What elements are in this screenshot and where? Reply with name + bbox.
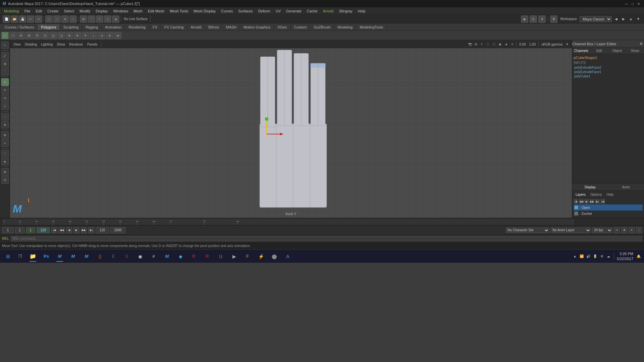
layer-item-open[interactable]: ✓ / Open	[574, 204, 643, 210]
taskbar-maya-3[interactable]: M	[80, 250, 93, 262]
shelf-tab-gozbrush[interactable]: GoZBrush	[310, 24, 334, 30]
shelf-icon-12[interactable]: ⌂	[90, 32, 97, 39]
scale-tool-btn[interactable]: ⊡	[1, 95, 9, 102]
pb-go-start[interactable]: |◀	[51, 227, 57, 233]
undo-btn[interactable]: ↩	[27, 15, 34, 23]
vp-icon-textured[interactable]: ◈	[503, 42, 509, 47]
shelf-tab-modeling[interactable]: Modeling	[334, 24, 357, 30]
taskbar-script[interactable]: {}	[94, 250, 106, 262]
new-scene-btn[interactable]: 📄	[3, 15, 10, 23]
tray-sound[interactable]: 🔊	[586, 254, 591, 259]
taskbar-maya-extra[interactable]: M	[161, 250, 173, 262]
ws-down-btn[interactable]: ▼	[635, 16, 641, 22]
notification-btn[interactable]: 🔔	[636, 254, 641, 259]
shelf-icon-2[interactable]: ⬡	[9, 32, 17, 39]
shelf-icon-14[interactable]: ⊛	[106, 32, 113, 39]
layer-tab-layers[interactable]: Layers	[574, 192, 588, 197]
select-by-obj-type[interactable]: □	[45, 15, 53, 23]
shelf-icon-9[interactable]: ⊕	[66, 32, 73, 39]
paint-tool-btn[interactable]: 🖊	[1, 52, 9, 59]
select-tool-btn[interactable]: ↖	[1, 42, 9, 49]
menu-surfaces[interactable]: Surfaces	[235, 8, 255, 14]
rendering-settings[interactable]: ⚙	[550, 15, 557, 23]
pause-render[interactable]: ⏸	[538, 15, 546, 23]
render-region-btn[interactable]: □	[1, 150, 9, 157]
tray-extra2[interactable]: ☁	[606, 254, 611, 259]
pb-go-end[interactable]: ▶|	[88, 227, 94, 233]
vp-icon-lighting[interactable]: ☀	[509, 42, 515, 47]
layer-vis-open[interactable]: ✓	[574, 205, 578, 209]
timeline-ruler[interactable]: 0 12 24 36 48 52 56 60 64 68 72 76 80	[3, 219, 574, 225]
shelf-tab-xgen[interactable]: XGen	[274, 24, 290, 30]
da-tab-display[interactable]: Display	[572, 184, 608, 190]
vp-icon-frame[interactable]: □	[485, 42, 491, 47]
snap-surface[interactable]: ◇	[104, 15, 111, 23]
channel-box-settings[interactable]: ⚙	[638, 41, 644, 47]
minimize-button[interactable]: —	[624, 1, 629, 6]
snap-point[interactable]: +	[96, 15, 103, 23]
shelf-tab-modeling-tools[interactable]: ModelingTools	[356, 24, 387, 30]
tray-extra1[interactable]: ⚙	[599, 254, 604, 259]
vp-icon-grid[interactable]: ⊞	[473, 42, 479, 47]
mel-input[interactable]	[11, 236, 642, 241]
taskbar-maya-main[interactable]: M	[54, 250, 66, 262]
taskbar-chrome[interactable]: ◉	[134, 250, 146, 262]
shelf-icon-7[interactable]: ◱	[50, 32, 57, 39]
shelf-tab-bifrost[interactable]: Bifrost	[205, 24, 222, 30]
taskbar-unreal[interactable]: U	[215, 250, 227, 262]
vp-menu-panels[interactable]: Panels	[86, 42, 99, 47]
vp-menu-renderer[interactable]: Renderer	[68, 42, 85, 47]
pb-next-key[interactable]: ▶▶	[81, 227, 87, 233]
frame-end-input[interactable]	[96, 227, 109, 233]
ch-tab-channels[interactable]: Channels	[572, 48, 590, 53]
frame-start-input[interactable]	[2, 227, 14, 233]
taskbar-app-circle[interactable]: ⬤	[268, 250, 280, 262]
shelf-tab-custom[interactable]: Custom	[291, 24, 311, 30]
menu-mesh[interactable]: Mesh	[131, 8, 145, 14]
shelf-icon-5[interactable]: ⊟	[34, 32, 41, 39]
vp-menu-lighting[interactable]: Lighting	[40, 42, 54, 47]
close-button[interactable]: ✕	[636, 1, 641, 6]
fps-dropdown[interactable]: 24 fps	[592, 228, 612, 233]
sculpt-tool-btn[interactable]: ◍	[1, 60, 9, 67]
task-view-btn[interactable]: ❐	[15, 251, 25, 262]
layer-vis-escher[interactable]: ✓	[574, 212, 578, 216]
ch-tab-object[interactable]: Object	[608, 48, 626, 53]
frame-current-input[interactable]	[15, 227, 24, 233]
last-tool-btn[interactable]: ⬡	[1, 103, 9, 110]
shelf-icon-11[interactable]: ✦	[82, 32, 89, 39]
shelf-icon-3[interactable]: ⊕	[17, 32, 25, 39]
input-polyextrude2[interactable]: polyExtrudeFace2	[574, 65, 643, 70]
shelf-icon-6[interactable]: ⊡	[42, 32, 49, 39]
menu-help[interactable]: Help	[355, 8, 368, 14]
grid-btn[interactable]: ⊞	[1, 168, 9, 176]
vp-icon-camera[interactable]: 📷	[467, 42, 473, 47]
ws-prev-btn[interactable]: ◀	[613, 16, 619, 22]
shelf-icon-8[interactable]: ◲	[58, 32, 65, 39]
rotate-tool-btn[interactable]: ↻	[1, 86, 9, 94]
taskbar-calc[interactable]: #	[148, 250, 160, 262]
vp-menu-view[interactable]: View	[12, 42, 22, 47]
shelf-tab-fx-caching[interactable]: FX Caching	[161, 24, 187, 30]
align-btn[interactable]: ≡	[1, 139, 9, 147]
taskbar-epic[interactable]: E	[107, 250, 119, 262]
shelf-icon-1[interactable]: ⬡	[1, 32, 9, 39]
menu-file[interactable]: File	[22, 8, 33, 14]
shelf-tab-fx[interactable]: FX	[149, 24, 161, 30]
taskbar-app-bolt[interactable]: ⚡	[255, 250, 267, 262]
shelf-icon-4[interactable]: ⊞	[25, 32, 33, 39]
menu-mesh-tools[interactable]: Mesh Tools	[167, 8, 191, 14]
shelf-icon-10[interactable]: ⊗	[74, 32, 81, 39]
tray-network[interactable]: 📶	[579, 254, 584, 259]
taskbar-substance[interactable]: S	[121, 250, 133, 262]
snap-live[interactable]: ◈	[112, 15, 119, 23]
maximize-button[interactable]: □	[630, 1, 635, 6]
soft-select[interactable]: ◌	[69, 15, 77, 23]
pb-extra-btn[interactable]: ≡	[629, 227, 635, 233]
workspace-dropdown[interactable]: Maya Classic	[580, 16, 612, 22]
layer-tab-help[interactable]: Help	[604, 192, 615, 197]
shelf-tab-arnold[interactable]: Arnold	[187, 24, 205, 30]
anim-layer-dropdown[interactable]: No Anim Layer	[551, 228, 591, 233]
redo-btn[interactable]: ↪	[35, 15, 42, 23]
shelf-tab-rigging[interactable]: Rigging	[82, 24, 102, 30]
